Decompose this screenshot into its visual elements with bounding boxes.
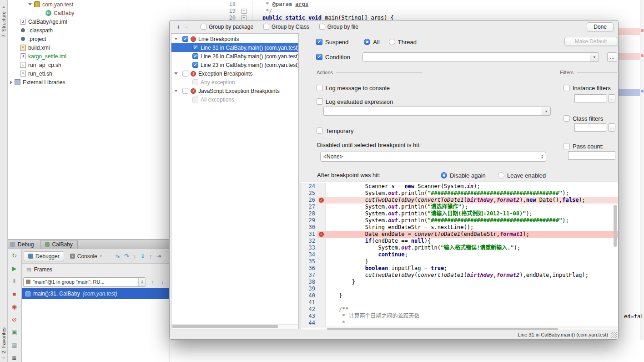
breakpoint-checkbox[interactable] <box>192 97 198 102</box>
pass-count-checkbox[interactable] <box>564 143 570 149</box>
project-tree-item[interactable]: CalBabyAge.iml <box>7 17 188 26</box>
breakpoint-checkbox[interactable] <box>192 79 198 85</box>
log-expression-dropdown-icon[interactable] <box>542 107 550 115</box>
tree-scrollbar-thumb[interactable] <box>172 325 278 328</box>
evaluate-expression-icon[interactable]: ▦ <box>10 341 19 349</box>
disabled-until-dropdown[interactable]: <None> ▲▼ <box>320 152 546 162</box>
group-by-file-option[interactable]: Group by file <box>319 24 358 30</box>
stack-frame-row[interactable]: main():31, CalBaby (com.yan.test) <box>22 288 170 299</box>
log-message-checkbox[interactable] <box>317 85 323 91</box>
tab-debugger[interactable]: Debugger <box>24 251 64 261</box>
frame-up-button[interactable]: ↑ <box>149 278 156 286</box>
suspend-checkbox[interactable] <box>316 39 322 45</box>
structure-tool-button[interactable]: ≡ 7: Structure <box>0 5 7 37</box>
breakpoint-checkbox[interactable] <box>192 53 198 59</box>
suspend-all-radio[interactable] <box>364 39 370 45</box>
expand-arrow-icon[interactable] <box>174 38 178 40</box>
layout-settings-icon[interactable]: ≣ <box>10 354 19 362</box>
add-breakpoint-button[interactable]: + <box>174 23 182 31</box>
project-tree-item[interactable]: com.yan.test <box>7 0 188 9</box>
error-stripe-mark[interactable] <box>641 54 644 57</box>
view-breakpoints-icon[interactable]: ◉ <box>10 303 19 311</box>
breakpoint-item-row[interactable]: Line 31 in CalBaby.main() (com.yan.test) <box>171 43 298 52</box>
project-tree-item[interactable]: .classpath <box>7 26 188 35</box>
breakpoint-item-row[interactable]: Line 26 in CalBaby.main() (com.yan.test) <box>171 52 298 61</box>
project-tree-item[interactable]: run_ap_cp.sh <box>7 61 188 69</box>
done-button[interactable]: Done <box>587 22 614 31</box>
instance-filters-checkbox[interactable] <box>564 85 570 91</box>
expand-arrow-icon[interactable] <box>10 81 12 84</box>
condition-dropdown-icon[interactable] <box>590 53 599 61</box>
suspend-thread-radio[interactable] <box>389 39 395 45</box>
favorites-tool-button[interactable]: 2: Favorites ☆ <box>0 327 7 360</box>
step-over-icon[interactable]: ↷ <box>124 253 129 260</box>
remove-breakpoint-button[interactable]: − <box>182 23 191 31</box>
group-by-file-checkbox[interactable] <box>319 24 325 30</box>
rerun-icon[interactable]: ↻ <box>10 252 19 260</box>
mute-breakpoints-icon[interactable]: ⊘ <box>10 316 19 323</box>
breakpoint-checkbox[interactable] <box>182 71 188 76</box>
instance-filters-field[interactable] <box>574 94 606 102</box>
log-expression-checkbox[interactable] <box>317 98 323 105</box>
resize-grip[interactable] <box>611 332 617 338</box>
group-by-package-option[interactable]: Group by package <box>201 24 253 30</box>
fold-icon[interactable]: − <box>241 15 247 20</box>
breakpoint-item-row[interactable]: Line 23 in CalBaby.main() (com.yan.test) <box>171 61 298 69</box>
breakpoint-checkbox[interactable] <box>182 36 188 42</box>
expand-arrow-icon[interactable] <box>174 90 178 92</box>
breakpoint-icon[interactable]: ✓ <box>319 232 324 237</box>
fold-icon[interactable]: − <box>241 9 247 14</box>
class-filters-field[interactable] <box>574 123 606 132</box>
thread-selector[interactable]: "main"@1 in group "main": RU... ▲▼ <box>23 277 146 287</box>
instance-filters-expand-button[interactable]: … <box>608 94 615 102</box>
condition-combo[interactable] <box>362 52 599 62</box>
breakpoint-group-row[interactable]: !Exception Breakpoints <box>171 69 298 78</box>
breakpoint-checkbox[interactable] <box>192 62 198 68</box>
project-tree-item[interactable]: External Libraries <box>7 78 188 87</box>
breakpoint-item-row[interactable]: Any exception <box>171 78 298 87</box>
tab-console[interactable]: > Console ≡ <box>66 251 106 261</box>
frame-down-button[interactable]: ↓ <box>159 278 166 286</box>
stop-icon[interactable]: ■ <box>10 290 19 298</box>
expand-arrow-icon[interactable] <box>174 72 178 75</box>
breakpoint-item-row[interactable]: All exceptions <box>171 95 298 104</box>
error-stripe-mark[interactable] <box>641 29 644 32</box>
group-by-class-checkbox[interactable] <box>263 24 269 30</box>
pause-icon[interactable]: ‖ <box>10 277 19 285</box>
leave-enabled-radio[interactable] <box>498 172 504 178</box>
tree-horizontal-scrollbar[interactable] <box>171 324 298 329</box>
show-execution-point-icon[interactable]: ⇘ <box>115 253 120 260</box>
force-step-into-icon[interactable]: ⇓ <box>140 253 145 260</box>
make-default-button[interactable]: Make Default <box>564 37 617 46</box>
step-out-icon[interactable]: ↑ <box>149 253 152 260</box>
thread-selector-stepper-icon[interactable]: ▲▼ <box>138 278 146 286</box>
temporary-checkbox[interactable] <box>317 127 323 134</box>
breakpoint-checkbox[interactable] <box>182 88 188 94</box>
breakpoint-icon[interactable]: ✓ <box>319 198 324 203</box>
class-filters-checkbox[interactable] <box>564 115 570 122</box>
restore-layout-icon[interactable]: ▣ <box>10 328 19 336</box>
log-expression-combo[interactable] <box>323 107 551 116</box>
project-tree-item[interactable]: kargo_settle.iml <box>7 52 188 61</box>
group-by-package-checkbox[interactable] <box>201 24 206 30</box>
disable-again-radio[interactable] <box>441 172 447 178</box>
debug-session-tab[interactable]: CalBaby <box>40 240 77 249</box>
group-by-class-option[interactable]: Group by Class <box>263 24 309 30</box>
breakpoint-group-row[interactable]: Line Breakpoints <box>171 35 298 43</box>
error-stripe-column[interactable] <box>640 0 644 340</box>
step-into-icon[interactable]: ↓ <box>133 253 136 260</box>
run-to-cursor-icon[interactable]: ⇥ <box>156 253 161 260</box>
pass-count-field[interactable] <box>568 151 615 160</box>
console-menu-icon[interactable]: ≡ <box>100 254 102 259</box>
project-tree-item[interactable]: .project <box>7 35 188 43</box>
class-filters-expand-button[interactable]: … <box>608 123 615 132</box>
expand-arrow-icon[interactable] <box>28 3 32 5</box>
project-tree-item[interactable]: CalBaby <box>7 9 188 17</box>
project-tree-item[interactable]: build.xml <box>7 43 188 52</box>
project-tree-item[interactable]: run_etl.sh <box>7 69 188 78</box>
condition-checkbox[interactable] <box>316 54 322 60</box>
error-stripe-mark[interactable] <box>641 90 644 92</box>
condition-expand-button[interactable]: … <box>607 52 617 62</box>
code-preview[interactable]: 24 Scanner s = new Scanner(System.in);25… <box>301 182 618 326</box>
editor[interactable]: 18 * @param args19− */20−public static v… <box>188 0 644 20</box>
